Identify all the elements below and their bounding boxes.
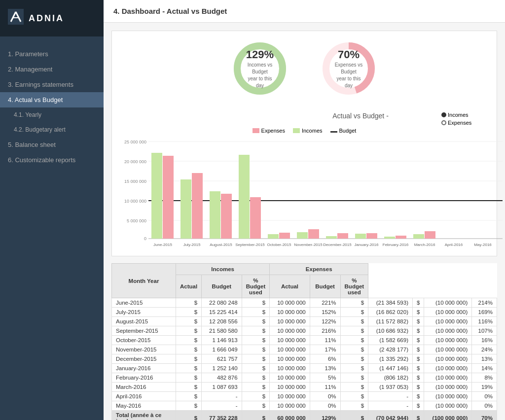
cell-inc-dollar: $ [176, 401, 202, 411]
table-row: May-2016 $ - $ 10 000 000 0% $ - $ (10 0… [112, 401, 497, 411]
svg-text:25 000 000: 25 000 000 [124, 140, 146, 144]
th-exp-budget: Budget [310, 275, 340, 298]
table-row: October-2015 $ 1 146 913 $ 10 000 000 11… [112, 336, 497, 345]
cell-inc-dollar: $ [176, 373, 202, 383]
incomes-radio[interactable]: Incomes [441, 112, 491, 118]
table-row: February-2016 $ 482 876 $ 10 000 000 5% … [112, 373, 497, 383]
cell-inc-actual: 482 876 [202, 373, 242, 383]
cell-exp-actual: (1 582 669) [368, 336, 413, 345]
cell-inc-dollar: $ [176, 345, 202, 354]
svg-text:November-2015: November-2015 [294, 243, 323, 247]
cell-inc-budget: 10 000 000 [270, 317, 310, 326]
cell-inc-budget: 10 000 000 [270, 298, 310, 308]
cell-exp-pct: 0% [472, 392, 497, 401]
table-row: August-2015 $ 12 208 556 $ 10 000 000 12… [112, 317, 497, 326]
cell-inc-bud-dollar: $ [242, 373, 270, 383]
table-row: January-2016 $ 1 252 140 $ 10 000 000 13… [112, 364, 497, 373]
svg-text:October-2015: October-2015 [267, 243, 291, 247]
cell-exp-bud-dollar: $ [412, 336, 424, 345]
cell-exp-budget: (10 000 000) [424, 317, 472, 326]
cell-month: January-2016 [112, 364, 176, 373]
th-inc-pct: % Budget used [242, 275, 270, 298]
sidebar-item-parameters[interactable]: 1. Parameters [0, 46, 104, 62]
cell-exp-dollar: $ [340, 345, 368, 354]
cell-inc-budget: 10 000 000 [270, 401, 310, 411]
sidebar-item-balance[interactable]: 5. Balance sheet [0, 137, 104, 152]
cell-month: October-2015 [112, 336, 176, 345]
cell-inc-dollar: $ [176, 326, 202, 336]
page-title: 4. Dashboard - Actual vs Budget [104, 0, 505, 23]
cell-exp-budget: (10 000 000) [424, 336, 472, 345]
table-row: September-2015 $ 21 580 580 $ 10 000 000… [112, 326, 497, 336]
cell-exp-actual: - [368, 401, 413, 411]
cell-inc-actual: 621 757 [202, 354, 242, 364]
cell-exp-actual: (806 182) [368, 373, 413, 383]
svg-text:August-2015: August-2015 [210, 243, 232, 247]
cell-exp-budget: (10 000 000) [424, 345, 472, 354]
cell-inc-bud-dollar: $ [242, 317, 270, 326]
expenses-donut-svg [319, 39, 378, 98]
th-inc-actual: Actual [176, 275, 202, 298]
bar-inc-6 [326, 236, 337, 239]
svg-point-5 [237, 46, 283, 91]
cell-exp-dollar: $ [340, 401, 368, 411]
bar-inc-0 [151, 153, 162, 239]
sidebar-item-yearly[interactable]: 4.1. Yearly [0, 107, 104, 122]
svg-text:10 000 000: 10 000 000 [124, 199, 146, 204]
incomes-donut-container: 129% Incomes vs Budgetyear to this day [230, 39, 289, 98]
chart-section: Actual vs Budget - Incomes Expenses [118, 112, 491, 250]
cell-exp-bud-dollar: $ [412, 364, 424, 373]
th-exp-pct: % Budget used [340, 275, 368, 298]
cell-tot-exp-pct: 70% [472, 411, 497, 420]
cell-month: June-2015 [112, 298, 176, 308]
cell-exp-budget: (10 000 000) [424, 308, 472, 317]
cell-month: November-2015 [112, 345, 176, 354]
incomes-radio-label: Incomes [448, 112, 469, 118]
bar-inc-9 [413, 234, 424, 239]
svg-text:15 000 000: 15 000 000 [124, 179, 146, 184]
sidebar-item-earnings[interactable]: 3. Earnings statements [0, 77, 104, 92]
cell-inc-dollar: $ [176, 298, 202, 308]
cell-inc-budget: 10 000 000 [270, 392, 310, 401]
cell-exp-bud-dollar: $ [412, 298, 424, 308]
cell-inc-actual: 1 146 913 [202, 336, 242, 345]
bar-inc-1 [180, 179, 191, 239]
cell-exp-dollar: $ [340, 298, 368, 308]
svg-text:June-2015: June-2015 [153, 243, 172, 247]
th-expenses: Expenses [270, 264, 368, 275]
cell-inc-actual: 1 087 693 [202, 383, 242, 392]
sidebar-item-actual-budget[interactable]: 4. Actual vs Budget [0, 92, 104, 107]
cell-exp-budget: (10 000 000) [424, 354, 472, 364]
expenses-radio[interactable]: Expenses [441, 120, 491, 126]
cell-exp-pct: 0% [472, 401, 497, 411]
sidebar-item-budgetary[interactable]: 4.2. Budgetary alert [0, 122, 104, 137]
cell-tot-exp-bud-dollar: $ [412, 411, 424, 420]
cell-tot-exp-dollar: $ [340, 411, 368, 420]
cell-inc-bud-dollar: $ [242, 345, 270, 354]
incomes-radio-dot [441, 112, 446, 117]
cell-inc-dollar: $ [176, 317, 202, 326]
cell-total-label: Total (année à ce jour) [112, 411, 176, 420]
chart-title: Actual vs Budget - [280, 112, 441, 120]
cell-month: December-2015 [112, 354, 176, 364]
svg-text:April-2016: April-2016 [445, 243, 463, 247]
table-row: June-2015 $ 22 080 248 $ 10 000 000 221%… [112, 298, 497, 308]
sidebar-item-reports[interactable]: 6. Customizable reports [0, 152, 104, 168]
cell-inc-dollar: $ [176, 308, 202, 317]
cell-exp-pct: 107% [472, 326, 497, 336]
cell-exp-dollar: $ [340, 354, 368, 364]
svg-text:January-2016: January-2016 [355, 243, 379, 247]
cell-exp-bud-dollar: $ [412, 308, 424, 317]
cell-exp-pct: 214% [472, 298, 497, 308]
cell-inc-pct: 221% [310, 298, 340, 308]
cell-inc-budget: 10 000 000 [270, 383, 310, 392]
cell-exp-bud-dollar: $ [412, 317, 424, 326]
table-row: December-2015 $ 621 757 $ 10 000 000 6% … [112, 354, 497, 364]
cell-exp-pct: 14% [472, 364, 497, 373]
cell-tot-inc-bud-dollar: $ [242, 411, 270, 420]
sidebar-item-management[interactable]: 2. Management [0, 62, 104, 77]
bar-exp-0 [163, 156, 174, 239]
chart-header: Actual vs Budget - Incomes Expenses [118, 112, 491, 126]
bar-exp-4 [279, 233, 290, 239]
expenses-radio-label: Expenses [448, 120, 471, 126]
